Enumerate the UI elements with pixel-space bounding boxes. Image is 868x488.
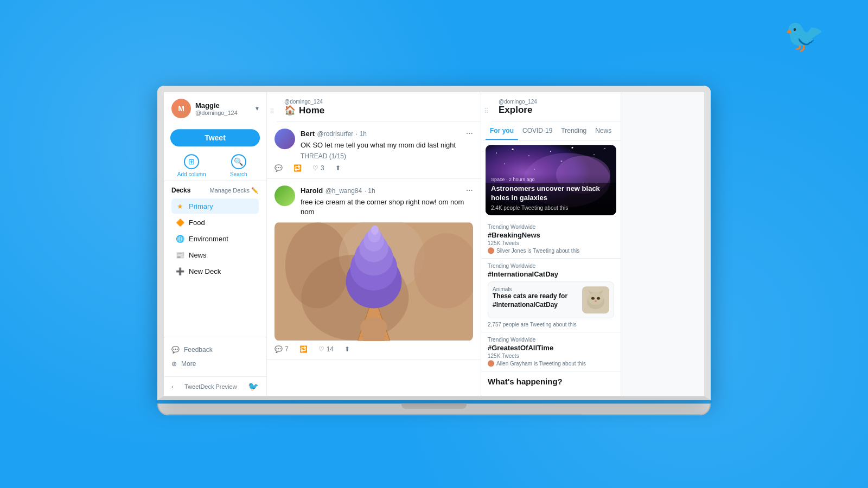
- trend-dot-icon-0: [488, 247, 494, 254]
- deck-item-food[interactable]: 🔶 Food: [171, 215, 259, 230]
- decks-title: Decks: [171, 187, 190, 194]
- tab-covid[interactable]: COVID-19: [518, 121, 557, 140]
- tweet-name-row-harold: Harold @h_wang84 · 1h ···: [301, 185, 473, 195]
- like-count-harold: 14: [327, 345, 334, 353]
- tweet-card-harold: Harold @h_wang84 · 1h ··· free ice cream…: [267, 179, 481, 359]
- more-button[interactable]: ⊕ More: [171, 357, 259, 371]
- svg-point-39: [597, 297, 600, 300]
- retweet-button-harold[interactable]: 🔁: [299, 345, 308, 353]
- explore-content: Space · 2 hours ago Astronomers uncover …: [481, 140, 621, 396]
- food-icon: 🔶: [176, 218, 184, 227]
- svg-rect-11: [363, 319, 385, 341]
- deck-label-food: Food: [189, 219, 205, 227]
- trend-card-sub: Animals: [493, 286, 578, 292]
- share-icon: ⬆: [335, 164, 341, 172]
- explore-column-drag[interactable]: ⠿: [481, 99, 491, 115]
- tweetdeck-app: M Maggie @domingo_124 ▾ Tweet ⊞ Add colu…: [164, 92, 704, 396]
- reply-button-harold[interactable]: 💬 7: [275, 345, 289, 353]
- explore-col-account: @domingo_124: [499, 99, 537, 105]
- tweet-more-harold[interactable]: ···: [466, 185, 473, 195]
- feedback-icon: 💬: [171, 346, 180, 354]
- deck-item-primary[interactable]: ★ Primary: [171, 198, 259, 214]
- featured-news-card[interactable]: Space · 2 hours ago Astronomers uncover …: [486, 145, 616, 215]
- trend-meta-0: Silver Jones is Tweeting about this: [488, 247, 614, 254]
- trend-greatest[interactable]: Trending Worldwide #GreatestOfAllTime 12…: [481, 332, 621, 371]
- like-button-harold[interactable]: ♡ 14: [318, 345, 334, 353]
- laptop-container: M Maggie @domingo_124 ▾ Tweet ⊞ Add colu…: [157, 86, 711, 415]
- retweet-icon-harold: 🔁: [299, 345, 308, 353]
- news-category: Space · 2 hours ago: [491, 177, 611, 182]
- deck-label-environment: Environment: [189, 235, 228, 243]
- reply-count-harold: 7: [285, 345, 289, 353]
- trend-card: Animals These cats are ready for #Intern…: [488, 281, 614, 318]
- trend-hashtag-2: #GreatestOfAllTime: [488, 344, 614, 352]
- sidebar: M Maggie @domingo_124 ▾ Tweet ⊞ Add colu…: [164, 92, 267, 396]
- twitter-logo-icon: 🐦: [784, 16, 825, 55]
- deck-item-new[interactable]: ➕ New Deck: [171, 264, 259, 279]
- trend-meta-text-0: Silver Jones is Tweeting about this: [496, 248, 579, 254]
- plus-icon: ➕: [176, 267, 184, 275]
- retweet-button-bert[interactable]: 🔁: [293, 164, 302, 172]
- home-col-title: 🏠 Home: [284, 105, 324, 116]
- trend-dot-icon-2: [488, 360, 494, 367]
- tweet-name-bert: Bert @rodrisurfer · 1h: [301, 129, 367, 138]
- reply-icon-harold: 💬: [275, 345, 283, 353]
- feedback-label: Feedback: [184, 346, 213, 354]
- reply-button-bert[interactable]: 💬: [275, 164, 283, 172]
- trend-label-2: Trending Worldwide: [488, 337, 614, 343]
- search-button[interactable]: 🔍 Search: [218, 154, 260, 177]
- column-drag-handle[interactable]: ⠿: [267, 99, 277, 115]
- tab-trending[interactable]: Trending: [557, 121, 591, 140]
- add-column-label: Add column: [177, 171, 206, 177]
- tweet-meta-harold: Harold @h_wang84 · 1h ··· free ice cream…: [301, 185, 473, 217]
- news-overlay: Space · 2 hours ago Astronomers uncover …: [486, 145, 616, 215]
- laptop-base: [157, 403, 711, 415]
- trend-breaking-news[interactable]: Trending Worldwide #BreakingNews 125K Tw…: [481, 220, 621, 259]
- trend-tweets-0: 125K Tweets: [488, 240, 614, 246]
- tweet-image-harold: [275, 222, 473, 341]
- news-count: 2.4K people Tweeting about this: [491, 205, 611, 211]
- tweet-button[interactable]: Tweet: [170, 129, 260, 146]
- like-button-bert[interactable]: ♡ 3: [312, 164, 324, 172]
- avatar: M: [171, 99, 191, 118]
- globe-icon: 🌐: [176, 234, 184, 243]
- retweet-icon: 🔁: [293, 164, 302, 172]
- add-column-button[interactable]: ⊞ Add column: [170, 154, 213, 177]
- home-col-account: @domingo_124: [284, 99, 324, 105]
- manage-decks-button[interactable]: Manage Decks ✏️: [210, 187, 259, 194]
- trend-label-1: Trending Worldwide: [488, 263, 614, 269]
- trend-cat-day[interactable]: Trending Worldwide #InternationalCatDay …: [481, 259, 621, 332]
- share-button-bert[interactable]: ⬆: [335, 164, 341, 172]
- share-icon-harold: ⬆: [344, 345, 350, 353]
- heart-icon-harold: ♡: [318, 345, 324, 353]
- user-handle: @domingo_124: [195, 110, 238, 116]
- tab-news[interactable]: News: [591, 121, 616, 140]
- tweet-header-harold: Harold @h_wang84 · 1h ··· free ice cream…: [275, 185, 473, 217]
- add-column-icon: ⊞: [184, 154, 199, 169]
- share-button-harold[interactable]: ⬆: [344, 345, 350, 353]
- feedback-button[interactable]: 💬 Feedback: [171, 343, 259, 357]
- like-count-bert: 3: [321, 164, 324, 172]
- deck-item-environment[interactable]: 🌐 Environment: [171, 231, 259, 246]
- home-column-content: Bert @rodrisurfer · 1h ··· OK SO let me …: [267, 122, 481, 396]
- tweet-text-bert: OK SO let me tell you what my mom did la…: [301, 140, 473, 150]
- user-name: Maggie: [195, 101, 238, 110]
- chevron-down-icon[interactable]: ▾: [256, 105, 259, 112]
- sidebar-header: M Maggie @domingo_124 ▾: [164, 92, 266, 125]
- trend-thumb-cat: [582, 286, 609, 313]
- twitter-bird-icon: 🐦: [248, 381, 259, 391]
- chevron-left-icon[interactable]: ‹: [171, 383, 174, 390]
- preview-label: TweetDeck Preview: [184, 383, 237, 390]
- tweet-actions-harold: 💬 7 🔁 ♡ 14: [275, 345, 473, 353]
- deck-item-news[interactable]: 📰 News: [171, 247, 259, 262]
- tweet-meta-bert: Bert @rodrisurfer · 1h ··· OK SO let me …: [301, 129, 473, 160]
- tab-for-you[interactable]: For you: [486, 121, 518, 140]
- tweet-text-harold: free ice cream at the corner shop right …: [301, 197, 473, 217]
- deck-label-new: New Deck: [189, 267, 221, 275]
- tweet-header-bert: Bert @rodrisurfer · 1h ··· OK SO let me …: [275, 129, 473, 160]
- tweet-more-bert[interactable]: ···: [466, 129, 473, 138]
- trend-hashtag-1: #InternationalCatDay: [488, 270, 614, 278]
- svg-point-18: [371, 225, 379, 235]
- tweet-avatar-bert: [275, 129, 295, 149]
- explore-col-title: Explore: [499, 105, 537, 115]
